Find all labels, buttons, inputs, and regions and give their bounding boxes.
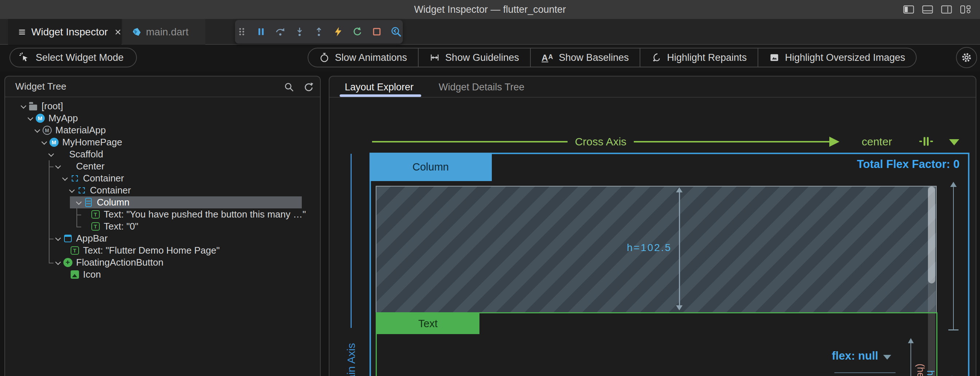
tab-widget-inspector[interactable]: Widget Inspector (8, 19, 122, 45)
toggle-bottom-panel-icon[interactable] (922, 5, 933, 14)
tree-item-label: FloatingActionButton (76, 257, 164, 268)
tree-item-text-0[interactable]: TText: "0" (5, 220, 320, 233)
dart-icon (132, 27, 142, 37)
tree-item-scaffold[interactable]: Scaffold (5, 148, 320, 160)
toggle-left-panel-icon[interactable] (903, 5, 914, 14)
tree-branch-connector (49, 257, 54, 269)
total-flex-factor: Total Flex Factor: 0 (857, 158, 959, 171)
widget-tree-header-icons (283, 76, 314, 97)
text-widget-name: Text (418, 318, 438, 330)
restart-icon[interactable] (352, 26, 363, 37)
editor-layout-icon[interactable] (960, 5, 971, 14)
tree-item-container[interactable]: Container (5, 172, 320, 184)
scrollbar-thumb[interactable] (928, 186, 935, 284)
drag-handle-icon[interactable] (236, 26, 247, 37)
tree-item-appbar[interactable]: AppBar (5, 233, 320, 244)
tree-item-label: Text: "You have pushed the button this m… (104, 209, 306, 220)
chevron-down-icon[interactable] (60, 174, 69, 183)
step-over-icon[interactable] (275, 26, 286, 37)
tree-indent-spacer (60, 270, 69, 279)
cross-axis-line (372, 141, 568, 142)
text-icon: T (70, 246, 80, 255)
align-center-icon[interactable] (919, 137, 933, 146)
layout-explorer-panel: Layout Explorer Widget Details Tree Cros… (329, 76, 976, 376)
chevron-down-icon[interactable] (949, 139, 959, 145)
arrow-down-icon (676, 305, 682, 311)
active-tab-indicator (340, 94, 421, 97)
toggle-highlight-repaints[interactable]: Highlight Repaints (640, 48, 757, 67)
flex-dropdown[interactable]: flex: null (832, 349, 891, 363)
tree-item-root[interactable]: [root] (5, 100, 320, 112)
text-widget-header[interactable]: Text (376, 313, 479, 334)
cross-axis-alignment-value[interactable]: center (862, 135, 892, 148)
pause-icon[interactable] (256, 26, 266, 37)
m-circle-icon: M (49, 138, 59, 147)
container-icon (77, 186, 86, 195)
tree-item-text-you-have-pushed-the-button-this-man[interactable]: TText: "You have pushed the button this … (5, 209, 320, 220)
tree-item-text-flutter-demo-home-page[interactable]: TText: "Flutter Demo Home Page" (5, 244, 320, 257)
tree-item-center[interactable]: Center (5, 160, 320, 172)
tree-item-materialapp[interactable]: MMaterialApp (5, 124, 320, 136)
tree-item-myapp[interactable]: MMyApp (5, 112, 320, 124)
hot-reload-icon[interactable] (333, 26, 344, 37)
chevron-down-icon[interactable] (54, 234, 62, 243)
gear-icon (961, 52, 972, 63)
chevron-down-icon[interactable] (67, 186, 76, 195)
tree-item-label: Container (83, 173, 124, 184)
fab-icon: + (63, 258, 72, 268)
settings-button[interactable] (956, 47, 977, 68)
tab-widget-details-tree[interactable]: Widget Details Tree (439, 76, 525, 98)
refresh-icon[interactable] (303, 81, 314, 92)
step-out-icon[interactable] (313, 26, 325, 37)
column-widget-header[interactable]: Column (369, 153, 492, 181)
chevron-down-icon[interactable] (54, 258, 62, 267)
toggle-slow-animations[interactable]: Slow Animations (309, 48, 418, 67)
tree-item-myhomepage[interactable]: MMyHomePage (5, 136, 320, 148)
chevron-down-icon[interactable] (74, 198, 83, 207)
tab-main-dart[interactable]: main.dart (123, 19, 205, 45)
debug-toolbar (235, 20, 403, 44)
tree-item-icon[interactable]: Icon (5, 269, 320, 280)
search-icon[interactable] (283, 81, 294, 92)
layout-explorer-body: Cross Axis center Main Axis Column Total… (329, 98, 976, 376)
toggle-show-guidelines[interactable]: Show Guidelines (418, 48, 530, 67)
tab-label: main.dart (146, 26, 189, 38)
tree-item-floatingactionbutton[interactable]: +FloatingActionButton (5, 257, 320, 269)
tree-item-label: AppBar (76, 233, 108, 244)
arrow-right-icon (829, 137, 840, 147)
chevron-down-icon[interactable] (54, 162, 62, 171)
column-height-arrow (948, 182, 959, 330)
select-widget-mode-button[interactable]: Select Widget Mode (10, 48, 137, 67)
chevron-down-icon[interactable] (40, 138, 48, 147)
text-height-value: h=34. (925, 370, 936, 376)
toggle-show-baselines[interactable]: AA Show Baselines (530, 48, 640, 67)
height-measure-arrow (674, 187, 684, 311)
divider (834, 372, 896, 373)
cross-axis-line (634, 141, 829, 142)
main-axis-line (351, 154, 352, 328)
chevron-down-icon[interactable] (26, 114, 35, 123)
toggle-right-panel-icon[interactable] (941, 5, 952, 14)
window-title: Widget Inspector — flutter_counter (0, 0, 980, 19)
chevron-down-icon[interactable] (33, 126, 41, 135)
step-into-icon[interactable] (294, 26, 305, 37)
tree-item-container[interactable]: Container (5, 184, 320, 196)
chevron-down-icon[interactable] (46, 150, 55, 159)
text-height-arrow (907, 338, 915, 376)
column-widget-name: Column (412, 161, 449, 173)
hamburger-icon (18, 27, 27, 37)
arrow-up-icon (950, 182, 957, 187)
tree-item-label: Text: "Flutter Demo Home Page" (83, 245, 220, 256)
tree-guide-line (49, 172, 54, 184)
stop-icon[interactable] (371, 26, 382, 37)
tree-item-column[interactable]: Column (5, 196, 320, 209)
m-circle-icon: M (35, 114, 45, 123)
toggle-highlight-oversized-images[interactable]: Highlight Oversized Images (757, 48, 916, 67)
tree-indent-spacer (81, 210, 90, 219)
close-icon[interactable] (114, 28, 123, 37)
inspect-widget-icon[interactable] (391, 26, 401, 37)
chevron-down-icon[interactable] (19, 102, 28, 111)
tree-guide-line (49, 220, 54, 233)
tree-item-label: Scaffold (69, 149, 103, 160)
tree-item-label: [root] (41, 100, 63, 112)
